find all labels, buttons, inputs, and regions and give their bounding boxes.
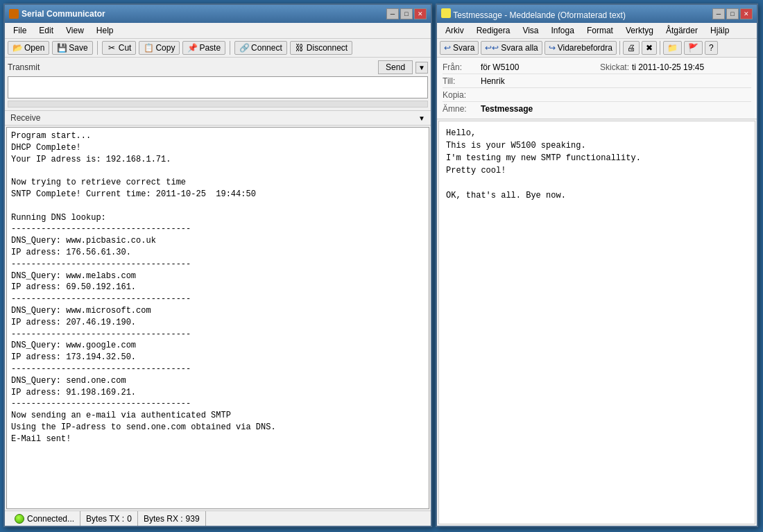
serial-minimize-btn[interactable]: ─	[386, 8, 399, 19]
email-menu-bar: Arkiv Redigera Visa Infoga Format Verkty…	[437, 23, 757, 39]
save-button[interactable]: 💾 Save	[52, 41, 92, 55]
copy-label: Copy	[155, 43, 175, 53]
svara-button[interactable]: ↩ Svara	[440, 41, 479, 55]
email-header-fields: Från: för W5100 Skickat: ti 2011-10-25 1…	[437, 58, 757, 119]
email-help-button[interactable]: ?	[705, 41, 718, 55]
serial-titlebar: Serial Communicator ─ □ ✕	[5, 5, 431, 23]
serial-communicator-window: Serial Communicator ─ □ ✕ File Edit View…	[3, 3, 432, 527]
send-area: Send ▼	[378, 60, 428, 74]
paste-button[interactable]: 📌 Paste	[182, 41, 225, 55]
serial-close-btn[interactable]: ✕	[414, 8, 427, 19]
vidarebefordra-label: Vidarebefordra	[558, 43, 612, 53]
email-menu-visa[interactable]: Visa	[517, 24, 544, 37]
bytes-tx-label: Bytes TX :	[86, 514, 124, 524]
email-menu-hjalp[interactable]: Hjälp	[705, 24, 735, 37]
open-button[interactable]: 📂 Open	[8, 41, 49, 55]
disconnect-icon: ⛓	[295, 43, 305, 53]
email-minimize-btn[interactable]: ─	[712, 8, 725, 19]
paste-icon: 📌	[187, 43, 197, 53]
serial-toolbar: 📂 Open 💾 Save ✂ Cut 📋 Copy 📌 Paste 🔗 Con…	[5, 39, 431, 58]
transmit-header: Transmit Send ▼	[8, 60, 428, 74]
cut-label: Cut	[119, 43, 132, 53]
save-label: Save	[69, 43, 87, 53]
email-maximize-btn[interactable]: □	[726, 8, 739, 19]
connection-indicator	[15, 514, 24, 524]
bytes-rx-value: 939	[186, 514, 200, 524]
delete-icon: ✖	[646, 43, 653, 53]
subject-row: Ämne: Testmessage	[443, 102, 751, 116]
delete-button[interactable]: ✖	[642, 41, 657, 55]
to-value: Henrik	[481, 76, 751, 86]
email-help-label: ?	[709, 43, 714, 53]
send-dropdown-btn[interactable]: ▼	[415, 62, 428, 74]
transmit-label: Transmit	[8, 62, 40, 72]
subject-label: Ämne:	[443, 104, 481, 114]
svara-alla-label: Svara alla	[501, 43, 538, 53]
email-menu-redigera[interactable]: Redigera	[471, 24, 516, 37]
connected-text: Connected...	[27, 514, 74, 524]
svara-alla-icon: ↩↩	[485, 43, 499, 53]
cut-button[interactable]: ✂ Cut	[102, 41, 137, 55]
print-icon: 🖨	[627, 43, 635, 53]
from-row: Från: för W5100 Skickat: ti 2011-10-25 1…	[443, 60, 751, 74]
connect-icon: 🔗	[239, 43, 249, 53]
transmit-input[interactable]	[8, 76, 428, 98]
email-window: Testmessage - Meddelande (Oformaterad te…	[436, 3, 758, 527]
serial-title: Serial Communicator	[9, 9, 105, 19]
email-toolbar-sep-1	[619, 41, 620, 55]
move-icon: 📁	[667, 43, 678, 53]
email-menu-format[interactable]: Format	[581, 24, 619, 37]
serial-maximize-btn[interactable]: □	[400, 8, 413, 19]
connect-button[interactable]: 🔗 Connect	[234, 41, 287, 55]
serial-window-controls: ─ □ ✕	[386, 8, 427, 19]
to-label: Till:	[443, 76, 481, 86]
receive-label: Receive	[10, 113, 40, 123]
serial-title-text: Serial Communicator	[22, 9, 105, 19]
bytes-rx-label: Bytes RX :	[144, 514, 183, 524]
menu-edit[interactable]: Edit	[33, 24, 59, 37]
sent-label: Skickat:	[600, 62, 629, 72]
cc-row: Kopia:	[443, 88, 751, 102]
copy-button[interactable]: 📋 Copy	[139, 41, 180, 55]
status-connected: Connected...	[9, 511, 80, 526]
from-label: Från:	[443, 62, 481, 72]
email-close-btn[interactable]: ✕	[740, 8, 753, 19]
transmit-scrollbar[interactable]	[8, 101, 428, 108]
menu-view[interactable]: View	[60, 24, 89, 37]
flag-button[interactable]: 🚩	[684, 41, 703, 55]
status-bytes-tx: Bytes TX : 0	[80, 511, 138, 526]
email-menu-verktyg[interactable]: Verktyg	[620, 24, 659, 37]
save-icon: 💾	[57, 43, 67, 53]
email-body: Hello, This is your W5100 speaking. I'm …	[438, 121, 755, 524]
print-button[interactable]: 🖨	[623, 41, 640, 55]
disconnect-button[interactable]: ⛓ Disconnect	[290, 41, 352, 55]
toolbar-sep-2	[230, 41, 230, 55]
serial-app-icon	[9, 9, 19, 19]
vidarebefordra-icon: ↪	[549, 43, 556, 53]
email-menu-infoga[interactable]: Infoga	[546, 24, 580, 37]
email-menu-arkiv[interactable]: Arkiv	[440, 24, 470, 37]
receive-content: Program start... DHCP Complete! Your IP …	[6, 127, 429, 509]
sent-value: ti 2011-10-25 19:45	[632, 62, 751, 72]
email-window-controls: ─ □ ✕	[712, 8, 753, 19]
menu-file[interactable]: File	[8, 24, 32, 37]
email-menu-atgarder[interactable]: Åtgärder	[660, 24, 703, 37]
serial-status-bar: Connected... Bytes TX : 0 Bytes RX : 939	[5, 510, 431, 526]
receive-dropdown-icon[interactable]: ▼	[418, 114, 425, 122]
svara-icon: ↩	[444, 43, 451, 53]
receive-section: Receive ▼ Program start... DHCP Complete…	[5, 111, 431, 510]
svara-alla-button[interactable]: ↩↩ Svara alla	[481, 41, 542, 55]
toolbar-sep-1	[97, 41, 98, 55]
vidarebefordra-button[interactable]: ↪ Vidarebefordra	[545, 41, 617, 55]
svara-label: Svara	[453, 43, 474, 53]
menu-help[interactable]: Help	[91, 24, 119, 37]
bytes-tx-value: 0	[127, 514, 132, 524]
email-toolbar: ↩ Svara ↩↩ Svara alla ↪ Vidarebefordra 🖨…	[437, 39, 757, 58]
paste-label: Paste	[199, 43, 221, 53]
send-button[interactable]: Send	[378, 60, 413, 74]
email-titlebar: Testmessage - Meddelande (Oformaterad te…	[437, 5, 757, 23]
move-button[interactable]: 📁	[663, 41, 682, 55]
from-value: för W5100	[481, 62, 600, 72]
receive-header: Receive ▼	[5, 111, 431, 126]
email-title-area: Testmessage - Meddelande (Oformaterad te…	[441, 8, 626, 20]
